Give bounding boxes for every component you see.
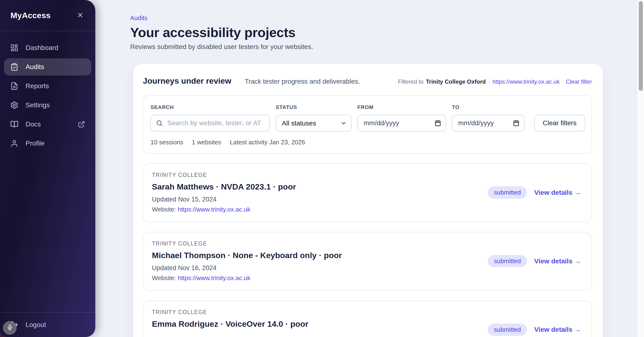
screen: Audits Your accessibility projects Revie… xyxy=(0,0,644,337)
status-field: All statuses xyxy=(276,115,352,131)
close-sidebar-button[interactable] xyxy=(76,12,84,20)
view-details-link[interactable]: View details → xyxy=(534,189,581,196)
card-website: Website: https://www.trinity.ox.ac.uk xyxy=(152,206,296,213)
card-website: Website: https://www.trinity.ox.ac.uk xyxy=(152,274,342,282)
journey-card: TRINITY COLLEGE Michael Thompson · None … xyxy=(143,232,592,291)
view-details-link[interactable]: View details → xyxy=(534,257,581,265)
mic-icon xyxy=(7,324,13,331)
status-badge: submitted xyxy=(488,255,527,267)
search-field xyxy=(150,115,270,131)
filter-note-prefix: Filtered to xyxy=(398,78,424,85)
card-info: TRINITY COLLEGE Sarah Matthews · NVDA 20… xyxy=(152,172,296,213)
dashboard-grid-icon xyxy=(10,44,18,52)
sidebar-item-label: Reports xyxy=(26,82,49,90)
file-text-icon xyxy=(10,82,18,90)
from-calendar-icon[interactable] xyxy=(434,120,442,127)
org-label: TRINITY COLLEGE xyxy=(152,172,296,178)
page-subtitle: Reviews submitted by disabled user teste… xyxy=(130,43,637,51)
card-updated xyxy=(152,333,308,337)
card-updated: Updated Nov 16, 2024 xyxy=(152,264,342,272)
sidebar: MyAccess Dashbo xyxy=(0,0,95,337)
section-subtitle: Track tester progress and deliverables. xyxy=(244,78,360,85)
close-icon xyxy=(77,12,84,19)
sidebar-item-settings[interactable]: Settings xyxy=(4,97,91,114)
to-calendar-icon[interactable] xyxy=(512,120,520,127)
to-label: To xyxy=(452,104,524,110)
card-title: Michael Thompson · None - Keyboard only … xyxy=(152,251,342,260)
status-label: Status xyxy=(276,104,352,110)
from-field-group: From xyxy=(357,104,446,131)
scrollbar-track[interactable] xyxy=(637,0,644,337)
page-header: Audits Your accessibility projects Revie… xyxy=(95,0,637,51)
sidebar-item-label: Docs xyxy=(26,120,41,128)
card-info: TRINITY COLLEGE Michael Thompson · None … xyxy=(152,240,342,282)
scrollbar-thumb[interactable] xyxy=(639,1,643,91)
card-updated: Updated Nov 15, 2024 xyxy=(152,196,296,203)
website-label: Website: xyxy=(152,274,176,281)
card-title: Emma Rodriguez · VoiceOver 14.0 · poor xyxy=(152,319,308,329)
filter-toolbar: Search Status xyxy=(143,95,592,154)
clear-filter-link[interactable]: Clear filter xyxy=(566,78,592,85)
org-label: TRINITY COLLEGE xyxy=(152,309,308,315)
filtered-site-name: Trinity College Oxford xyxy=(426,78,486,85)
gear-icon xyxy=(10,101,18,109)
search-input[interactable] xyxy=(167,119,265,127)
clear-filters-button[interactable]: Clear filters xyxy=(534,115,585,131)
panel-header: Journeys under review Track tester progr… xyxy=(143,76,592,86)
website-link[interactable]: https://www.trinity.ox.ac.uk xyxy=(178,206,250,213)
website-link[interactable]: https://www.trinity.ox.ac.uk xyxy=(178,274,250,281)
sidebar-nav: Dashboard Audits xyxy=(0,31,95,152)
sidebar-item-audits[interactable]: Audits xyxy=(4,58,91,76)
logout-label: Logout xyxy=(26,321,46,329)
section-title: Journeys under review xyxy=(143,76,231,86)
book-open-icon xyxy=(10,120,18,128)
sidebar-item-profile[interactable]: Profile xyxy=(4,135,91,152)
status-select[interactable]: All statuses xyxy=(276,120,351,127)
sidebar-header: MyAccess xyxy=(0,0,95,31)
website-label: Website: xyxy=(152,206,176,213)
search-label: Search xyxy=(150,104,270,110)
user-icon xyxy=(10,139,18,147)
to-date-field xyxy=(452,115,524,131)
journey-card: TRINITY COLLEGE Emma Rodriguez · VoiceOv… xyxy=(143,300,592,337)
sessions-count: 10 sessions xyxy=(150,139,183,146)
main-content: Audits Your accessibility projects Revie… xyxy=(95,0,637,337)
card-actions: submitted View details → xyxy=(488,186,581,199)
status-badge: submitted xyxy=(488,186,527,199)
card-info: TRINITY COLLEGE Emma Rodriguez · VoiceOv… xyxy=(152,309,308,337)
sidebar-item-label: Profile xyxy=(26,140,44,147)
status-badge: submitted xyxy=(488,324,527,336)
from-label: From xyxy=(357,104,446,110)
view-details-link[interactable]: View details → xyxy=(534,326,581,333)
from-date-field xyxy=(357,115,446,131)
sidebar-item-dashboard[interactable]: Dashboard xyxy=(4,39,91,56)
logout-button[interactable]: Logout xyxy=(4,317,91,332)
filtered-site-url-link[interactable]: https://www.trinity.ox.ac.uk xyxy=(492,78,560,85)
sidebar-item-docs[interactable]: Docs xyxy=(4,116,91,133)
filter-note: Filtered to Trinity College Oxford · htt… xyxy=(398,78,592,85)
app-title: MyAccess xyxy=(10,11,51,20)
status-field-group: Status All statuses xyxy=(276,104,352,131)
from-date-input[interactable] xyxy=(363,119,432,127)
journey-card: TRINITY COLLEGE Sarah Matthews · NVDA 20… xyxy=(143,163,592,222)
latest-activity: Latest activity Jan 23, 2026 xyxy=(230,139,305,146)
org-label: TRINITY COLLEGE xyxy=(152,240,342,247)
card-title: Sarah Matthews · NVDA 2023.1 · poor xyxy=(152,182,296,191)
websites-count: 1 websites xyxy=(192,139,221,146)
sidebar-item-label: Dashboard xyxy=(26,44,58,52)
mic-overlay[interactable] xyxy=(3,321,16,334)
journeys-panel: Journeys under review Track tester progr… xyxy=(133,64,603,337)
stats-row: 10 sessions 1 websites Latest activity J… xyxy=(150,139,584,146)
filter-note-separator: · xyxy=(488,78,490,85)
page-background: Audits Your accessibility projects Revie… xyxy=(0,0,644,337)
to-field-group: To xyxy=(452,104,524,131)
breadcrumb-audits[interactable]: Audits xyxy=(130,14,148,22)
clipboard-check-icon xyxy=(10,63,18,71)
card-actions: submitted View details → xyxy=(488,324,581,336)
sidebar-item-label: Audits xyxy=(26,63,44,71)
search-field-group: Search xyxy=(150,104,270,131)
card-actions: submitted View details → xyxy=(488,255,581,267)
search-icon xyxy=(156,120,163,127)
to-date-input[interactable] xyxy=(458,119,511,127)
sidebar-item-reports[interactable]: Reports xyxy=(4,78,91,95)
